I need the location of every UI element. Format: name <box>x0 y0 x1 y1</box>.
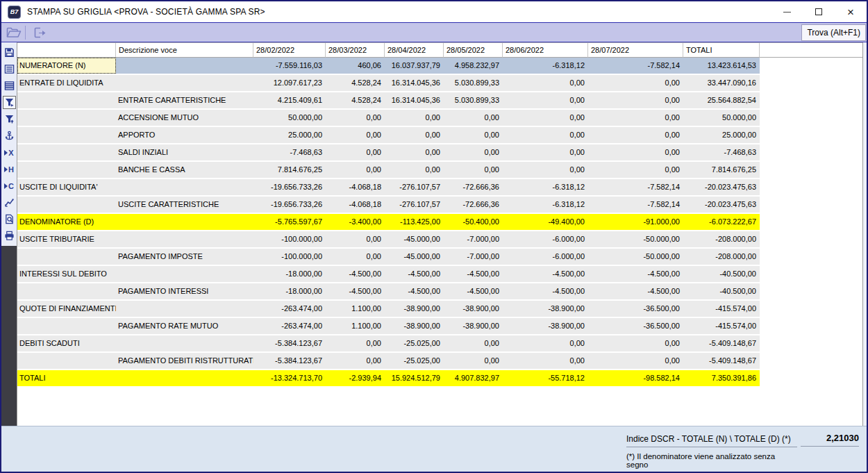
row-label[interactable]: INTERESSI SUL DEBITO <box>17 266 116 282</box>
row-description[interactable] <box>116 335 253 351</box>
row-label[interactable]: DENOMINATORE (D) <box>17 214 116 230</box>
table-row[interactable]: USCITE TRIBUTARIE-100.000,000,00-45.000,… <box>17 231 862 247</box>
cell-value[interactable]: -40.500,00 <box>683 283 760 299</box>
list-icon[interactable] <box>3 63 16 76</box>
cell-value[interactable]: -2.939,94 <box>326 370 385 386</box>
row-label[interactable]: QUOTE DI FINANZIAMENTI <box>17 301 116 317</box>
cell-value[interactable]: 0,00 <box>326 162 385 178</box>
table-row[interactable]: BANCHE E CASSA7.814.676,250,000,000,000,… <box>17 162 862 178</box>
cell-value[interactable]: 4.528,24 <box>326 75 385 91</box>
jump-x-icon[interactable]: X <box>3 146 16 159</box>
row-description[interactable] <box>116 58 253 74</box>
cell-value[interactable]: -7.559.116,03 <box>253 58 326 74</box>
save-icon[interactable] <box>3 46 16 59</box>
cell-value[interactable]: -38.900,00 <box>503 301 588 317</box>
cell-value[interactable]: -98.582,14 <box>588 370 683 386</box>
cell-value[interactable]: 0,00 <box>444 162 503 178</box>
cell-value[interactable]: 25.000,00 <box>683 127 760 143</box>
row-label[interactable] <box>17 110 116 126</box>
row-label[interactable] <box>17 249 116 265</box>
row-description[interactable]: ACCENSIONE MUTUO <box>116 110 253 126</box>
table-row[interactable]: PAGAMENTO RATE MUTUO-263.474,001.100,00-… <box>17 318 862 334</box>
table-row[interactable]: QUOTE DI FINANZIAMENTI-263.474,001.100,0… <box>17 301 862 317</box>
table-row[interactable]: PAGAMENTO IMPOSTE-100.000,000,00-45.000,… <box>17 249 862 265</box>
cell-value[interactable]: -263.474,00 <box>253 301 326 317</box>
cell-value[interactable]: 4.907.832,97 <box>444 370 503 386</box>
cell-value[interactable]: -25.025,00 <box>385 353 444 369</box>
row-label[interactable] <box>17 353 116 369</box>
column-header[interactable]: TOTALI <box>683 43 760 58</box>
cell-value[interactable]: 0,00 <box>326 249 385 265</box>
row-description[interactable]: PAGAMENTO INTERESSI <box>116 283 253 299</box>
cell-value[interactable]: -4.500,00 <box>588 266 683 282</box>
cell-value[interactable]: 0,00 <box>326 335 385 351</box>
cell-value[interactable]: 5.030.899,33 <box>444 92 503 108</box>
cell-value[interactable]: 0,00 <box>503 75 588 91</box>
cell-value[interactable]: -49.400,00 <box>503 214 588 230</box>
cell-value[interactable]: -276.107,57 <box>385 197 444 213</box>
cell-value[interactable]: 0,00 <box>588 92 683 108</box>
cell-value[interactable]: 12.097.617,23 <box>253 75 326 91</box>
row-label[interactable]: USCITE TRIBUTARIE <box>17 231 116 247</box>
table-row[interactable]: NUMERATORE (N)-7.559.116,03460,0616.037.… <box>17 58 862 74</box>
cell-value[interactable]: 0,00 <box>503 162 588 178</box>
cell-value[interactable]: -7.582,14 <box>588 58 683 74</box>
row-description[interactable]: ENTRATE CARATTERISTICHE <box>116 92 253 108</box>
cell-value[interactable]: 0,00 <box>444 335 503 351</box>
cell-value[interactable]: 0,00 <box>385 110 444 126</box>
find-button[interactable]: Trova (Alt+F1) <box>801 24 866 41</box>
row-label[interactable]: ENTRATE DI LIQUIDITA <box>17 75 116 91</box>
table-row[interactable]: ENTRATE DI LIQUIDITA12.097.617,234.528,2… <box>17 75 862 91</box>
cell-value[interactable]: -4.500,00 <box>588 283 683 299</box>
cell-value[interactable]: -18.000,00 <box>253 266 326 282</box>
cell-value[interactable]: -6.000,00 <box>503 231 588 247</box>
row-label[interactable] <box>17 92 116 108</box>
cell-value[interactable]: 460,06 <box>326 58 385 74</box>
table-row[interactable]: INTERESSI SUL DEBITO-18.000,00-4.500,00-… <box>17 266 862 282</box>
cell-value[interactable]: 0,00 <box>326 110 385 126</box>
cell-value[interactable]: 0,00 <box>588 144 683 160</box>
cell-value[interactable]: -4.500,00 <box>503 283 588 299</box>
cell-value[interactable]: -7.582,14 <box>588 179 683 195</box>
cell-value[interactable]: 0,00 <box>444 127 503 143</box>
column-header[interactable]: 28/04/2022 <box>385 43 444 58</box>
cell-value[interactable]: -4.500,00 <box>444 266 503 282</box>
cell-value[interactable]: 16.314.045,36 <box>385 75 444 91</box>
column-header[interactable]: 28/07/2022 <box>588 43 683 58</box>
cell-value[interactable]: -100.000,00 <box>253 231 326 247</box>
filter-play-icon[interactable] <box>3 96 16 109</box>
cell-value[interactable]: -91.000,00 <box>588 214 683 230</box>
cell-value[interactable]: 4.215.409,61 <box>253 92 326 108</box>
column-header[interactable] <box>17 43 116 58</box>
column-header[interactable]: 28/02/2022 <box>253 43 326 58</box>
cell-value[interactable]: 0,00 <box>503 92 588 108</box>
table-icon[interactable] <box>3 79 16 92</box>
cell-value[interactable]: -19.656.733,26 <box>253 179 326 195</box>
cell-value[interactable]: 0,00 <box>444 144 503 160</box>
cell-value[interactable]: -5.765.597,67 <box>253 214 326 230</box>
cell-value[interactable]: -4.068,18 <box>326 179 385 195</box>
cell-value[interactable]: -50.000,00 <box>588 249 683 265</box>
row-label[interactable] <box>17 197 116 213</box>
cell-value[interactable]: 15.924.512,79 <box>385 370 444 386</box>
cell-value[interactable]: -45.000,00 <box>385 231 444 247</box>
table-row[interactable]: DENOMINATORE (D)-5.765.597,67-3.400,00-1… <box>17 214 862 230</box>
row-label[interactable]: USCITE DI LIQUIDITA' <box>17 179 116 195</box>
cell-value[interactable]: -20.023.475,63 <box>683 179 760 195</box>
column-header[interactable]: 28/06/2022 <box>503 43 588 58</box>
cell-value[interactable]: 0,00 <box>503 110 588 126</box>
row-description[interactable]: PAGAMENTO IMPOSTE <box>116 249 253 265</box>
column-header[interactable]: 28/03/2022 <box>326 43 385 58</box>
cell-value[interactable]: -20.023.475,63 <box>683 197 760 213</box>
table-row[interactable]: ACCENSIONE MUTUO50.000,000,000,000,000,0… <box>17 110 862 126</box>
cell-value[interactable]: 7.814.676,25 <box>683 162 760 178</box>
jump-h-icon[interactable]: H <box>3 163 16 176</box>
row-description[interactable]: APPORTO <box>116 127 253 143</box>
cell-value[interactable]: 1.100,00 <box>326 318 385 334</box>
cell-value[interactable]: -38.900,00 <box>444 301 503 317</box>
cell-value[interactable]: -38.900,00 <box>385 318 444 334</box>
table-row[interactable]: DEBITI SCADUTI-5.384.123,670,00-25.025,0… <box>17 335 862 351</box>
cell-value[interactable]: 7.350.391,86 <box>683 370 760 386</box>
cell-value[interactable]: -4.500,00 <box>326 283 385 299</box>
cell-value[interactable]: -40.500,00 <box>683 266 760 282</box>
